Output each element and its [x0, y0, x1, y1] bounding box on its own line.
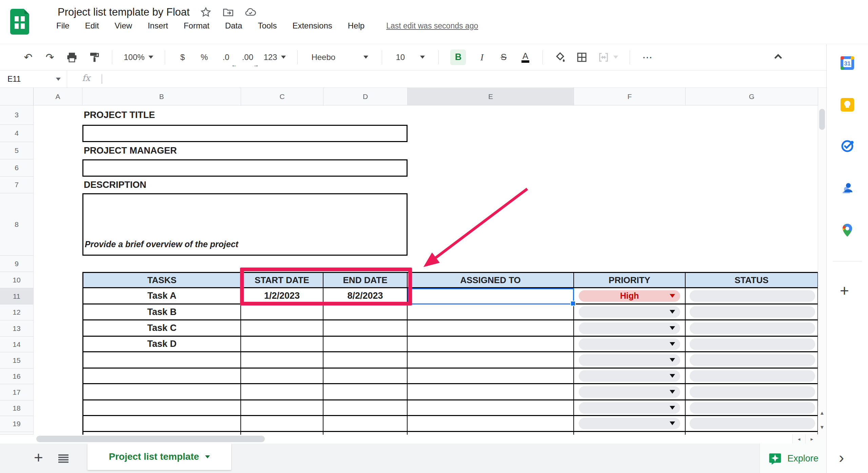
- status-chip-G14[interactable]: [690, 338, 815, 350]
- menu-help[interactable]: Help: [348, 21, 364, 31]
- paint-format-button[interactable]: [88, 50, 100, 65]
- column-header-D[interactable]: D: [323, 88, 408, 105]
- more-toolbar-button[interactable]: ⋯: [642, 50, 653, 65]
- table-header-B10[interactable]: TASKS: [82, 272, 241, 288]
- menu-tools[interactable]: Tools: [258, 21, 277, 31]
- cell-D20-partial[interactable]: [323, 432, 408, 435]
- menu-format[interactable]: Format: [184, 21, 210, 31]
- cell-G11[interactable]: [686, 288, 818, 304]
- undo-button[interactable]: ↶: [22, 50, 34, 65]
- row-header-16[interactable]: 16: [0, 369, 34, 384]
- name-box[interactable]: E11: [0, 71, 67, 87]
- horizontal-scrollbar-thumb[interactable]: [36, 436, 265, 442]
- doc-title[interactable]: Project list template by Float: [58, 6, 190, 18]
- cell-C20-partial[interactable]: [241, 432, 323, 435]
- fill-handle[interactable]: [570, 301, 576, 306]
- cell-B20-partial[interactable]: [82, 432, 241, 435]
- cell-B14[interactable]: Task D: [82, 337, 241, 352]
- description-label[interactable]: DESCRIPTION: [84, 177, 146, 193]
- cell-F11[interactable]: High: [574, 288, 686, 304]
- table-header-G10[interactable]: STATUS: [686, 272, 818, 288]
- cell-E16[interactable]: [408, 369, 574, 384]
- row-header-8[interactable]: 8: [0, 193, 34, 256]
- priority-dropdown-F19[interactable]: [579, 418, 680, 429]
- column-header-G[interactable]: G: [686, 88, 818, 105]
- priority-dropdown-F17[interactable]: [579, 386, 680, 398]
- table-header-E10[interactable]: ASSIGNED TO: [408, 272, 574, 288]
- project-title-input-box[interactable]: [82, 125, 408, 142]
- row-header-7[interactable]: 7: [0, 177, 34, 193]
- priority-dropdown-F15[interactable]: [579, 354, 680, 366]
- add-sheet-button[interactable]: +: [34, 450, 43, 465]
- cell-F15[interactable]: [574, 352, 686, 369]
- cell-F19[interactable]: [574, 416, 686, 432]
- cell-B11[interactable]: Task A: [82, 288, 241, 304]
- cell-D17[interactable]: [323, 384, 408, 400]
- cell-C18[interactable]: [241, 400, 323, 416]
- row-header-19[interactable]: 19: [0, 416, 34, 432]
- row-header-12[interactable]: 12: [0, 304, 34, 320]
- status-chip-G19[interactable]: [690, 418, 815, 429]
- cell-C16[interactable]: [241, 369, 323, 384]
- select-all-corner[interactable]: [0, 88, 34, 105]
- row-header-10[interactable]: 10: [0, 272, 34, 288]
- cell-D14[interactable]: [323, 337, 408, 352]
- cell-C15[interactable]: [241, 352, 323, 369]
- cell-F12[interactable]: [574, 304, 686, 320]
- column-header-B[interactable]: B: [82, 88, 241, 105]
- cell-F13[interactable]: [574, 320, 686, 337]
- star-icon[interactable]: [200, 6, 212, 18]
- scroll-right-button[interactable]: ▸: [805, 434, 818, 444]
- row-header-6[interactable]: 6: [0, 159, 34, 177]
- scroll-up-button[interactable]: ▲: [818, 406, 826, 419]
- row-header-17[interactable]: 17: [0, 384, 34, 400]
- scroll-left-button[interactable]: ◂: [792, 434, 805, 444]
- italic-button[interactable]: I: [476, 50, 488, 65]
- zoom-select[interactable]: 100%: [124, 50, 153, 65]
- last-edit-link[interactable]: Last edit was seconds ago: [386, 21, 478, 31]
- format-currency-button[interactable]: $: [177, 50, 188, 65]
- priority-dropdown-F16[interactable]: [579, 370, 680, 382]
- status-chip-G13[interactable]: [690, 322, 815, 334]
- status-chip-G11[interactable]: [690, 290, 815, 302]
- row-header-5[interactable]: 5: [0, 142, 34, 159]
- status-chip-G17[interactable]: [690, 386, 815, 398]
- cell-F17[interactable]: [574, 384, 686, 400]
- cell-E13[interactable]: [408, 320, 574, 337]
- cell-B18[interactable]: [82, 400, 241, 416]
- cell-G13[interactable]: [686, 320, 818, 337]
- cell-D15[interactable]: [323, 352, 408, 369]
- table-header-F10[interactable]: PRIORITY: [574, 272, 686, 288]
- font-size-select[interactable]: 10: [394, 50, 427, 65]
- column-header-F[interactable]: F: [574, 88, 686, 105]
- selected-cell-E11[interactable]: [408, 288, 574, 304]
- vertical-scrollbar[interactable]: [818, 88, 826, 444]
- cell-C14[interactable]: [241, 337, 323, 352]
- cell-G15[interactable]: [686, 352, 818, 369]
- strikethrough-button[interactable]: S: [498, 50, 509, 65]
- cell-B12[interactable]: Task B: [82, 304, 241, 320]
- cell-B17[interactable]: [82, 384, 241, 400]
- status-chip-G18[interactable]: [690, 402, 815, 414]
- menu-view[interactable]: View: [115, 21, 132, 31]
- project-manager-label[interactable]: PROJECT MANAGER: [84, 143, 177, 158]
- font-select[interactable]: Heebo: [309, 50, 370, 65]
- vertical-scrollbar-thumb[interactable]: [819, 109, 825, 130]
- priority-dropdown-F13[interactable]: [579, 322, 680, 334]
- borders-button[interactable]: [576, 50, 588, 65]
- cell-F20-partial[interactable]: [574, 432, 686, 435]
- row-header-18[interactable]: 18: [0, 400, 34, 416]
- column-header-E[interactable]: E: [408, 88, 574, 105]
- cell-D16[interactable]: [323, 369, 408, 384]
- fill-color-button[interactable]: [554, 50, 566, 65]
- menu-insert[interactable]: Insert: [148, 21, 168, 31]
- tasks-icon[interactable]: [840, 139, 855, 154]
- get-addons-button[interactable]: +: [840, 281, 849, 300]
- cell-G12[interactable]: [686, 304, 818, 320]
- format-percent-button[interactable]: %: [198, 50, 210, 65]
- move-folder-icon[interactable]: [222, 6, 234, 18]
- keep-icon[interactable]: [840, 97, 855, 112]
- cell-C12[interactable]: [241, 304, 323, 320]
- row-header-3[interactable]: 3: [0, 105, 34, 125]
- more-formats-button[interactable]: 123: [263, 50, 286, 65]
